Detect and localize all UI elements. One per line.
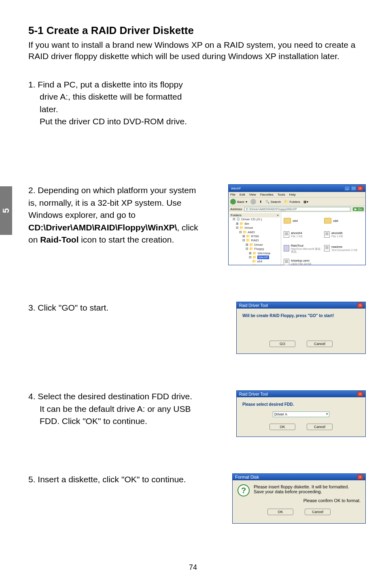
- maximize-button[interactable]: □: [351, 186, 356, 191]
- list-item[interactable]: ahcix86File 1 KB: [324, 228, 363, 241]
- section-heading: 5-1 Create a RAID Driver Diskette: [28, 24, 366, 37]
- address-label: Address: [230, 207, 242, 211]
- minimize-button[interactable]: _: [344, 186, 350, 191]
- step-2: 2. Depending on which platform your syst…: [28, 184, 366, 265]
- text-file-icon: [324, 245, 330, 251]
- file-list: x64 x86 ahcix64File 1 KB ahcix86File 1 K…: [281, 212, 365, 265]
- menu-bar: File Edit View Favorites Tools Help: [229, 192, 365, 197]
- dialog-titlebar: Raid Driver Tool ×: [237, 391, 365, 397]
- forward-button[interactable]: [250, 199, 256, 205]
- address-field[interactable]: E:\Driver\AMD\RAID\Floppy\WinXP: [244, 207, 350, 211]
- file-icon: [284, 259, 289, 265]
- step-4-figure: Raid Driver Tool × Please select desired…: [206, 390, 366, 437]
- message-text: Please insert floppy diskette. It will b…: [254, 484, 349, 494]
- confirm-text: Please confirm OK to format.: [238, 496, 361, 506]
- step-1-text: 1. Find a PC, put a diskette into its fl…: [28, 79, 206, 128]
- dialog-titlebar: Raid Driver Tool ×: [237, 302, 365, 309]
- dialog-title: Raid Driver Tool: [239, 303, 268, 308]
- list-item[interactable]: txtsetup.oemOEM File 18 KB: [284, 256, 322, 268]
- question-icon: ?: [238, 484, 250, 496]
- format-disk-dialog: Format Disk × ? Please insert floppy dis…: [232, 473, 366, 524]
- step-4: 4. Select the desired destination FDD dr…: [28, 390, 366, 437]
- list-item[interactable]: ahcix64File 1 KB: [284, 228, 322, 241]
- ok-button[interactable]: OK: [267, 509, 293, 515]
- dialog-titlebar: Format Disk ×: [233, 474, 365, 480]
- tree-node[interactable]: ⊟ 📁 WinXP: [233, 256, 280, 260]
- list-item[interactable]: x64: [284, 215, 322, 227]
- chapter-tab: 5: [0, 186, 12, 235]
- tree-node[interactable]: ⊞ 📁 Driver: [233, 243, 280, 247]
- page-number: 74: [0, 563, 386, 572]
- menu-file[interactable]: File: [230, 193, 235, 196]
- tree-node[interactable]: ⊟ 📁 AMD: [233, 230, 280, 234]
- back-icon: [230, 199, 236, 205]
- tree-node[interactable]: ⊟ 📁 Driver: [233, 226, 280, 230]
- up-button[interactable]: ⬆: [259, 200, 262, 204]
- dialog-title: Format Disk: [235, 475, 259, 479]
- dialog-title: Raid Driver Tool: [239, 392, 268, 396]
- close-panel-icon[interactable]: ×: [277, 213, 279, 217]
- menu-favorites[interactable]: Favorites: [260, 193, 274, 196]
- raid-tool-dialog-go: Raid Driver Tool × Will be create RAID F…: [236, 302, 366, 354]
- list-item[interactable]: RaidToolRaidTool Microsoft 基础类应...: [284, 242, 322, 254]
- dialog-message: Please select desired FDD.: [242, 401, 361, 408]
- tree-node[interactable]: ⊟ 💿 Driver CD (G:): [233, 217, 280, 222]
- step-4-text: 4. Select the desired destination FDD dr…: [28, 390, 206, 427]
- back-button[interactable]: Back ▾: [230, 199, 247, 205]
- step-2-text: 2. Depending on which platform your syst…: [28, 184, 206, 246]
- step-3-figure: Raid Driver Tool × Will be create RAID F…: [206, 302, 366, 354]
- window-controls: _ □ ×: [344, 186, 363, 191]
- step-5-text: 5. Insert a diskette, click "OK" to cont…: [28, 473, 206, 486]
- fdd-dropdown[interactable]: Driver A: [273, 411, 329, 417]
- tree-node[interactable]: 📁 x64: [233, 260, 280, 264]
- step-5: 5. Insert a diskette, click "OK" to cont…: [28, 473, 366, 524]
- close-button[interactable]: ×: [357, 303, 363, 308]
- chapter-number: 5: [1, 208, 11, 213]
- cancel-button[interactable]: Cancel: [307, 341, 333, 347]
- tree-node[interactable]: 📁 x86: [233, 264, 280, 265]
- window-title: WinXP: [231, 187, 241, 190]
- explorer-window: WinXP _ □ × File Edit View Favorites Too…: [228, 184, 366, 265]
- menu-edit[interactable]: Edit: [240, 193, 245, 196]
- go-button[interactable]: GO: [269, 341, 295, 347]
- explorer-titlebar: WinXP _ □ ×: [229, 185, 365, 192]
- step-2-figure: WinXP _ □ × File Edit View Favorites Too…: [206, 184, 366, 265]
- folder-tree: Folders× ⊟ 💿 Driver CD (G:) ⊞ 📁 Bin ⊟ 📁 …: [229, 212, 281, 265]
- tree-node[interactable]: ⊟ 📁 RAID: [233, 239, 280, 243]
- folder-icon: [324, 218, 331, 224]
- search-button[interactable]: 🔍 Search: [265, 200, 281, 204]
- tree-node[interactable]: ⊞ 📁 Bin: [233, 222, 280, 226]
- list-item[interactable]: x86: [324, 215, 363, 227]
- address-bar: Address E:\Driver\AMD\RAID\Floppy\WinXP …: [229, 206, 365, 212]
- step-5-figure: Format Disk × ? Please insert floppy dis…: [206, 473, 366, 524]
- file-icon: [284, 231, 289, 238]
- tree-node[interactable]: ⊟ 📁 Floppy: [233, 247, 280, 251]
- tree-node[interactable]: ⊞ 📁 WinVista: [233, 251, 280, 256]
- toolbar: Back ▾ ⬆ 🔍 Search 📁 Folders ▦▾: [229, 197, 365, 206]
- folder-icon: [284, 218, 291, 224]
- menu-view[interactable]: View: [249, 193, 256, 196]
- close-button[interactable]: ×: [357, 392, 363, 396]
- close-button[interactable]: ×: [357, 186, 363, 191]
- list-item[interactable]: readmeText Document 2 KB: [324, 242, 363, 254]
- go-button[interactable]: ▶ Go: [353, 207, 364, 211]
- dialog-message: Will be create RAID Floppy, press "GO" t…: [242, 312, 361, 326]
- file-icon: [324, 231, 330, 238]
- document-page: 5 5-1 Create a RAID Driver Diskette If y…: [0, 0, 386, 588]
- ok-button[interactable]: OK: [269, 424, 295, 430]
- intro-paragraph: If you want to install a brand new Windo…: [28, 39, 366, 62]
- close-button[interactable]: ×: [357, 475, 363, 479]
- menu-help[interactable]: Help: [289, 193, 295, 196]
- step-3: 3. Click "GO" to start. Raid Driver Tool…: [28, 302, 366, 354]
- cancel-button[interactable]: Cancel: [305, 509, 331, 515]
- app-icon: [284, 245, 289, 251]
- views-button[interactable]: ▦▾: [303, 200, 308, 204]
- step-1: 1. Find a PC, put a diskette into its fl…: [28, 79, 366, 128]
- tree-node[interactable]: ⊞ 📁 R780: [233, 234, 280, 239]
- folders-button[interactable]: 📁 Folders: [284, 200, 300, 204]
- explorer-body: Folders× ⊟ 💿 Driver CD (G:) ⊞ 📁 Bin ⊟ 📁 …: [229, 212, 365, 265]
- menu-tools[interactable]: Tools: [278, 193, 285, 196]
- step-3-text: 3. Click "GO" to start.: [28, 302, 206, 314]
- cancel-button[interactable]: Cancel: [307, 424, 333, 430]
- raid-tool-dialog-fdd: Raid Driver Tool × Please select desired…: [236, 390, 366, 437]
